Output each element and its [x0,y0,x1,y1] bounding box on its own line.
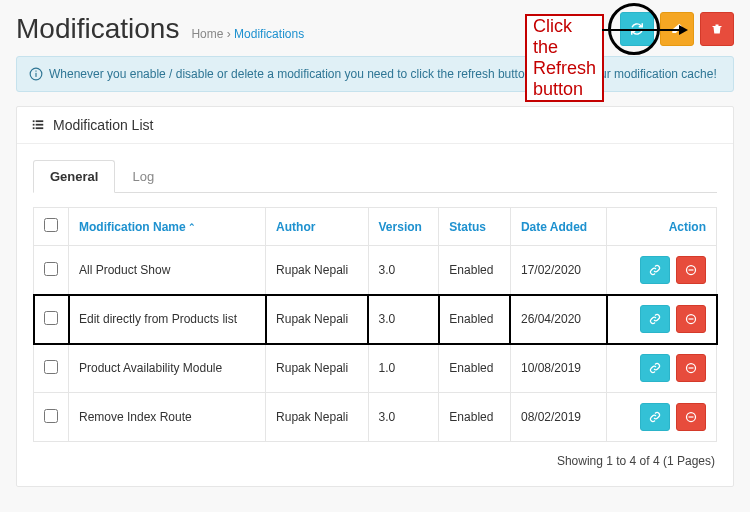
svg-rect-4 [36,120,44,122]
disable-button[interactable] [676,305,706,333]
delete-button[interactable] [700,12,734,46]
panel-header: Modification List [17,107,733,144]
cell-date: 08/02/2019 [510,393,606,442]
link-icon [649,264,661,276]
cell-author: Rupak Nepali [266,393,368,442]
trash-icon [711,22,723,36]
cell-author: Rupak Nepali [266,246,368,295]
svg-rect-2 [35,71,36,72]
svg-rect-8 [36,127,44,129]
cell-name: All Product Show [69,246,266,295]
col-status[interactable]: Status [439,208,511,246]
modification-table: Modification Name Author Version Status … [33,207,717,442]
cell-status: Enabled [439,246,511,295]
cell-date: 17/02/2020 [510,246,606,295]
cell-date: 10/08/2019 [510,344,606,393]
table-row: Remove Index RouteRupak Nepali3.0Enabled… [34,393,717,442]
cell-status: Enabled [439,393,511,442]
table-row: Product Availability ModuleRupak Nepali1… [34,344,717,393]
col-version[interactable]: Version [368,208,439,246]
cell-version: 3.0 [368,295,439,344]
info-icon [29,67,43,81]
annotation-arrow [602,29,686,31]
annotation-label: Click the Refresh button [525,14,604,102]
disable-button[interactable] [676,403,706,431]
link-button[interactable] [640,305,670,333]
alert-text: Whenever you enable / disable or delete … [49,67,717,81]
col-action: Action [607,208,717,246]
pagination-summary: Showing 1 to 4 of 4 (1 Pages) [33,442,717,470]
info-alert: Whenever you enable / disable or delete … [16,56,734,92]
cell-date: 26/04/2020 [510,295,606,344]
link-icon [649,362,661,374]
row-checkbox[interactable] [44,311,58,325]
cell-status: Enabled [439,295,511,344]
cell-name: Product Availability Module [69,344,266,393]
minus-circle-icon [685,411,697,423]
col-name[interactable]: Modification Name [69,208,266,246]
page-title: Modifications [16,13,179,45]
tab-log[interactable]: Log [115,160,171,193]
row-checkbox[interactable] [44,409,58,423]
cell-version: 1.0 [368,344,439,393]
cell-author: Rupak Nepali [266,295,368,344]
breadcrumb: Home › Modifications [191,27,304,41]
tabs: General Log [33,160,717,193]
svg-rect-1 [35,73,36,77]
link-icon [649,411,661,423]
link-button[interactable] [640,354,670,382]
cell-author: Rupak Nepali [266,344,368,393]
svg-rect-6 [36,124,44,126]
link-icon [649,313,661,325]
minus-circle-icon [685,362,697,374]
header-actions: Click the Refresh button [620,12,734,46]
cell-name: Remove Index Route [69,393,266,442]
breadcrumb-sep: › [227,27,231,41]
breadcrumb-current[interactable]: Modifications [234,27,304,41]
modification-panel: Modification List General Log Modificati… [16,106,734,487]
table-row: Edit directly from Products listRupak Ne… [34,295,717,344]
svg-rect-7 [33,127,35,129]
select-all-checkbox[interactable] [44,218,58,232]
svg-rect-5 [33,124,35,126]
panel-title: Modification List [53,117,153,133]
breadcrumb-home[interactable]: Home [191,27,223,41]
link-button[interactable] [640,256,670,284]
cell-name: Edit directly from Products list [69,295,266,344]
svg-rect-3 [33,120,35,122]
disable-button[interactable] [676,354,706,382]
cell-version: 3.0 [368,246,439,295]
table-row: All Product ShowRupak Nepali3.0Enabled17… [34,246,717,295]
row-checkbox[interactable] [44,262,58,276]
cell-status: Enabled [439,344,511,393]
minus-circle-icon [685,313,697,325]
cell-version: 3.0 [368,393,439,442]
minus-circle-icon [685,264,697,276]
col-author[interactable]: Author [266,208,368,246]
disable-button[interactable] [676,256,706,284]
link-button[interactable] [640,403,670,431]
tab-general[interactable]: General [33,160,115,193]
row-checkbox[interactable] [44,360,58,374]
col-date[interactable]: Date Added [510,208,606,246]
list-icon [31,118,45,132]
